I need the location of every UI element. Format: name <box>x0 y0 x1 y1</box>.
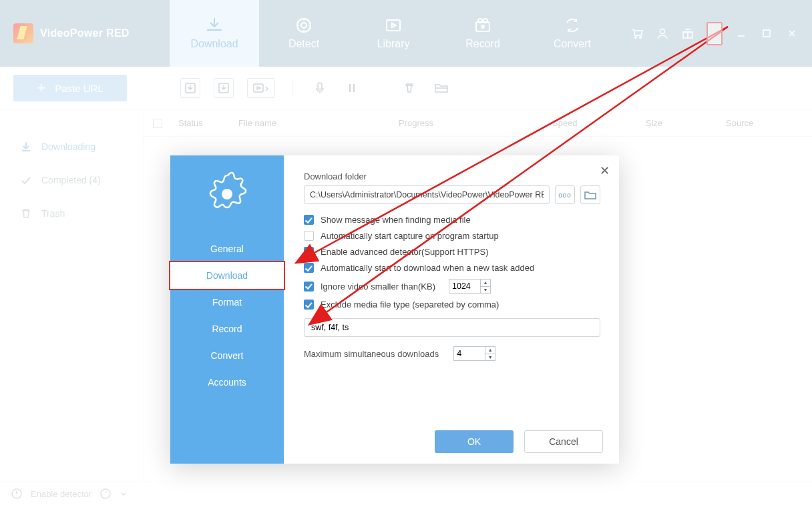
pause-icon[interactable] <box>343 79 361 97</box>
list-header: Status File name Progress Speed Size Sou… <box>144 110 812 137</box>
col-status: Status <box>178 118 238 128</box>
cart-icon[interactable] <box>630 27 644 40</box>
chk-show-message[interactable] <box>304 215 314 225</box>
tab-detect[interactable]: Detect <box>259 0 349 67</box>
chk-ignore-smaller[interactable] <box>304 282 314 292</box>
max-sim-stepper[interactable]: ▲▼ <box>453 346 495 361</box>
open-folder-icon[interactable] <box>432 79 451 97</box>
tab-library-label: Library <box>377 38 410 50</box>
maximize-icon[interactable] <box>760 27 773 40</box>
sidebar-item-downloading[interactable]: Downloading <box>0 130 143 163</box>
settings-tab-download[interactable]: Download <box>170 262 284 289</box>
ignore-kb-input[interactable] <box>449 280 480 293</box>
svg-rect-2 <box>387 20 400 31</box>
status-bar: Enable detector <box>0 482 812 505</box>
top-tabs: Download Detect Library Record Convert <box>170 0 617 67</box>
col-source: Source <box>726 118 812 128</box>
sidebar-trash-label: Trash <box>41 208 65 219</box>
settings-tab-convert[interactable]: Convert <box>170 342 284 369</box>
app-header: VideoPower RED Download Detect Library R… <box>0 0 812 67</box>
sidebar-downloading-label: Downloading <box>41 141 95 152</box>
power-icon[interactable] <box>11 488 23 500</box>
col-speed: Speed <box>552 118 646 128</box>
col-filename: File name <box>238 118 399 128</box>
max-sim-input[interactable] <box>454 347 485 360</box>
svg-point-4 <box>478 19 482 23</box>
format-dropdown-icon[interactable] <box>247 78 275 98</box>
lbl-auto-start-capture: Automatically start capture on program s… <box>321 231 499 241</box>
lbl-show-message: Show message when finding media file <box>321 215 471 225</box>
download-folder-label: Download folder <box>304 171 600 181</box>
lbl-auto-download: Automatically start to download when a n… <box>321 263 534 273</box>
tab-download[interactable]: Download <box>170 0 259 67</box>
svg-point-18 <box>222 189 232 199</box>
close-window-icon[interactable] <box>785 27 799 40</box>
svg-point-5 <box>483 19 487 23</box>
header-utility-icons <box>617 0 812 67</box>
settings-dialog: General Download Format Record Convert A… <box>170 155 619 464</box>
lbl-ignore-smaller: Ignore video smaller than(KB) <box>321 282 435 292</box>
gear-icon <box>202 169 252 219</box>
mic-icon[interactable] <box>311 79 329 97</box>
menu-kebab-icon[interactable] <box>706 22 723 45</box>
sidebar-item-trash[interactable]: Trash <box>0 197 143 230</box>
tab-library[interactable]: Library <box>349 0 438 67</box>
paste-url-label: Paste URL <box>55 83 104 94</box>
close-icon[interactable]: ✕ <box>600 163 610 178</box>
single-download-icon[interactable] <box>214 78 234 98</box>
lbl-enable-advanced: Enable advanced detector(Support HTTPS) <box>321 247 488 257</box>
tab-record-label: Record <box>465 38 500 50</box>
toolbar: + Paste URL <box>0 67 812 110</box>
svg-point-17 <box>101 489 110 498</box>
browse-folder-button[interactable] <box>580 185 600 204</box>
settings-sidebar: General Download Format Record Convert A… <box>170 155 284 464</box>
settings-tab-format[interactable]: Format <box>170 289 284 316</box>
ok-button[interactable]: OK <box>435 430 514 453</box>
tab-convert[interactable]: Convert <box>528 0 617 67</box>
col-progress: Progress <box>399 118 552 128</box>
chevron-down-icon[interactable] <box>120 490 128 498</box>
svg-point-6 <box>481 25 484 28</box>
tab-record[interactable]: Record <box>438 0 528 67</box>
svg-point-7 <box>635 37 637 39</box>
settings-tab-record[interactable]: Record <box>170 316 284 342</box>
chk-exclude-types[interactable] <box>304 300 314 310</box>
spin-down-icon[interactable]: ▼ <box>485 354 495 361</box>
sidebar-completed-label: Completed (4) <box>41 175 101 185</box>
max-sim-label: Maximum simultaneous downloads <box>304 349 439 359</box>
toolbar-separator <box>292 79 293 97</box>
settings-tab-accounts[interactable]: Accounts <box>170 369 284 396</box>
exclude-types-input[interactable] <box>304 318 600 337</box>
cancel-button[interactable]: Cancel <box>524 430 603 453</box>
chk-auto-start-capture[interactable] <box>304 231 314 241</box>
svg-rect-11 <box>763 30 770 37</box>
chk-auto-download[interactable] <box>304 263 314 273</box>
minimize-icon[interactable] <box>735 27 748 40</box>
settings-tab-general[interactable]: General <box>170 235 284 262</box>
sidebar-item-completed[interactable]: Completed (4) <box>0 163 143 197</box>
gift-icon[interactable] <box>681 27 694 40</box>
select-all-checkbox[interactable] <box>153 119 162 128</box>
paste-url-button[interactable]: + Paste URL <box>13 75 127 101</box>
col-size: Size <box>646 118 726 128</box>
download-folder-input[interactable] <box>304 185 550 204</box>
tab-detect-label: Detect <box>288 38 319 50</box>
delete-icon[interactable] <box>400 79 419 97</box>
svg-point-9 <box>660 29 665 34</box>
user-icon[interactable] <box>656 27 669 40</box>
chk-enable-advanced[interactable] <box>304 247 314 257</box>
spin-up-icon[interactable]: ▲ <box>485 347 495 354</box>
svg-point-8 <box>640 37 642 39</box>
more-path-button[interactable]: ooo <box>555 185 575 204</box>
refresh-icon[interactable] <box>99 488 112 500</box>
svg-rect-15 <box>318 83 322 89</box>
brand: VideoPower RED <box>0 0 170 67</box>
lbl-exclude-types: Exclude media file type (separeted by co… <box>321 300 499 310</box>
batch-download-icon[interactable] <box>180 78 200 98</box>
enable-detector-label: Enable detector <box>31 489 91 499</box>
spin-down-icon[interactable]: ▼ <box>481 287 490 294</box>
tab-convert-label: Convert <box>554 38 591 50</box>
ignore-kb-stepper[interactable]: ▲▼ <box>449 279 491 294</box>
spin-up-icon[interactable]: ▲ <box>481 280 490 287</box>
tab-download-label: Download <box>190 38 238 50</box>
